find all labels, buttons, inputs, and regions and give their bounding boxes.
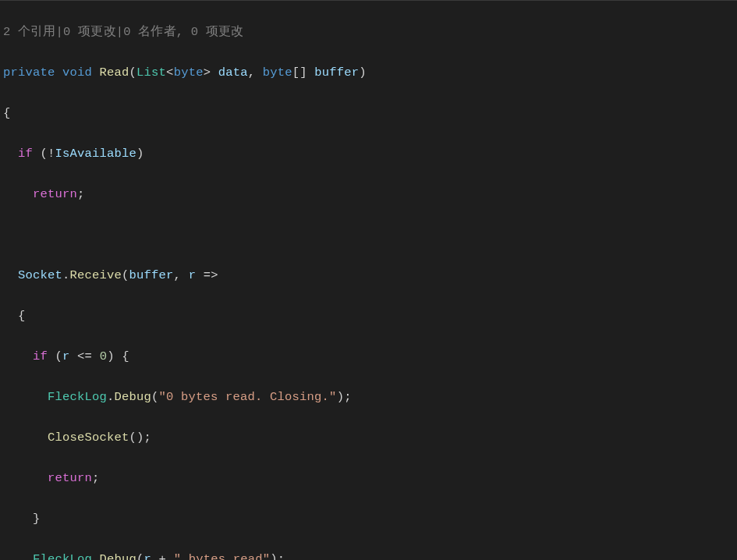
code-line[interactable]: private void Read(List<byte> data, byte[… xyxy=(3,62,737,83)
code-line[interactable]: return; xyxy=(3,468,737,488)
code-line[interactable]: CloseSocket(); xyxy=(3,427,737,448)
code-editor[interactable]: 2 个引用|0 项更改|0 名作者, 0 项更改 private void Re… xyxy=(0,0,737,560)
code-line[interactable] xyxy=(3,225,737,245)
codelens-line[interactable]: 2 个引用|0 项更改|0 名作者, 0 项更改 xyxy=(3,22,737,42)
code-line[interactable]: } xyxy=(3,509,737,529)
code-line[interactable]: if (r <= 0) { xyxy=(3,346,737,367)
code-line[interactable]: FleckLog.Debug("0 bytes read. Closing.")… xyxy=(3,387,737,407)
code-line[interactable]: FleckLog.Debug(r + " bytes read"); xyxy=(3,549,737,560)
codelens-text: 2 个引用|0 项更改|0 名作者, 0 项更改 xyxy=(3,25,243,39)
code-line[interactable]: Socket.Receive(buffer, r => xyxy=(3,265,737,285)
code-line[interactable]: { xyxy=(3,306,737,326)
code-line[interactable]: return; xyxy=(3,184,737,204)
code-line[interactable]: if (!IsAvailable) xyxy=(3,144,737,164)
code-line[interactable]: { xyxy=(3,103,737,123)
